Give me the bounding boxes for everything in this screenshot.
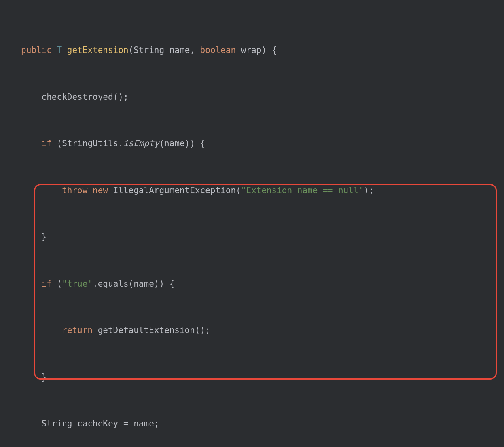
- code-line: }: [0, 369, 504, 385]
- code-line: if ("true".equals(name)) {: [0, 276, 504, 292]
- code-line: return getDefaultExtension();: [0, 323, 504, 338]
- code-line: public T getExtension(String name, boole…: [0, 42, 504, 58]
- keyword-public: public: [21, 45, 52, 55]
- code-line: checkDestroyed();: [0, 89, 504, 105]
- code-editor[interactable]: public T getExtension(String name, boole…: [0, 0, 504, 447]
- method-name: getExtension: [67, 45, 129, 55]
- code-line: String cacheKey = name;: [0, 416, 504, 432]
- code-line: if (StringUtils.isEmpty(name)) {: [0, 136, 504, 152]
- code-line: }: [0, 229, 504, 245]
- generic-type: T: [57, 45, 62, 55]
- code-line: throw new IllegalArgumentException("Exte…: [0, 183, 504, 198]
